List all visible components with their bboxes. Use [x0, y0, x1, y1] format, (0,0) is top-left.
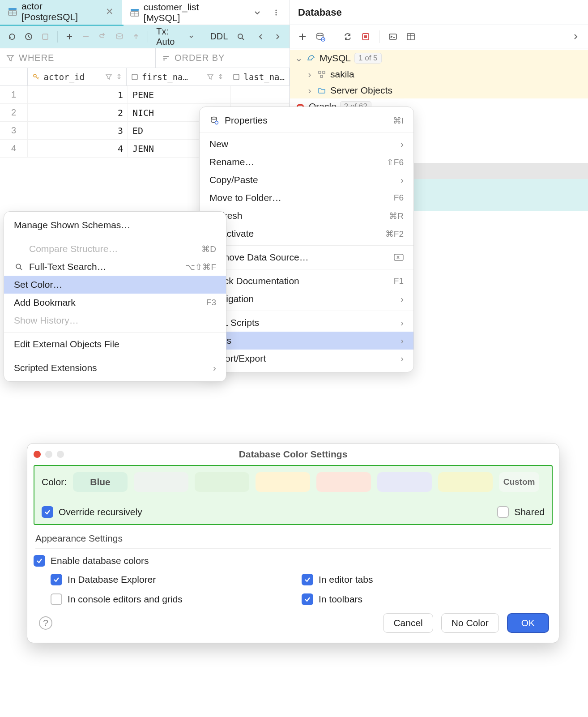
svg-rect-22 — [364, 35, 367, 38]
menu-item-compare-structure: Compare Structure…⌘D — [4, 240, 226, 258]
mysql-icon — [306, 53, 316, 63]
delete-icon — [394, 254, 404, 261]
stop-connection-icon[interactable] — [358, 30, 373, 44]
tab-customer-list[interactable]: customer_list [MySQL] — [122, 0, 244, 25]
svg-rect-16 — [132, 74, 137, 80]
tab-label: actor [PostgreSQL] — [21, 1, 99, 22]
column-actor-id[interactable]: actor_id — [28, 68, 127, 85]
menu-item-move-to-folder[interactable]: Move to Folder…F6 — [200, 189, 413, 207]
cell-last-name[interactable] — [231, 86, 290, 103]
svg-rect-17 — [234, 74, 239, 80]
ddl-button[interactable]: DDL — [207, 31, 230, 42]
row-header — [0, 68, 28, 85]
chevron-down-icon: ⌄ — [295, 53, 303, 64]
context-menu-tools: Manage Shown Schemas… Compare Structure…… — [4, 211, 226, 261]
svg-rect-23 — [389, 34, 396, 39]
compare-icon — [14, 244, 24, 254]
menu-item-manage-schemas[interactable]: Manage Shown Schemas… — [4, 216, 226, 234]
chevron-right-icon: › — [306, 85, 313, 96]
column-icon — [131, 73, 138, 81]
where-filter[interactable]: WHERE — [0, 48, 156, 68]
menu-item-new[interactable]: New› — [200, 135, 413, 153]
menu-item-refresh[interactable]: Refresh⌘R — [200, 207, 413, 225]
svg-point-20 — [323, 38, 324, 40]
svg-rect-25 — [319, 71, 321, 73]
menu-item-copy-paste[interactable]: Copy/Paste› — [200, 171, 413, 189]
cell-actor-id[interactable]: 1 — [28, 86, 128, 103]
tree-node-server-objects[interactable]: › Server Objects — [290, 82, 588, 98]
filter-icon[interactable] — [106, 74, 112, 80]
table-icon — [130, 8, 139, 17]
prev-page-icon[interactable] — [255, 30, 268, 44]
next-page-icon[interactable] — [271, 30, 284, 44]
sort-icon[interactable] — [116, 74, 122, 79]
tree-node-mysql[interactable]: ⌄ MySQL 1 of 5 — [290, 50, 588, 66]
tx-mode[interactable]: Tx: Auto — [153, 26, 196, 47]
table-view-icon[interactable] — [404, 30, 418, 44]
svg-point-9 — [275, 12, 277, 13]
more-icon[interactable] — [568, 30, 583, 44]
svg-point-14 — [238, 34, 243, 38]
sync-icon[interactable] — [341, 30, 355, 44]
chevron-down-icon[interactable] — [250, 5, 264, 20]
key-icon — [32, 73, 40, 81]
sort-icon — [162, 54, 170, 62]
column-icon — [233, 73, 240, 81]
cell-actor-id[interactable]: 2 — [28, 104, 128, 121]
kebab-icon[interactable] — [269, 5, 283, 20]
add-row-icon[interactable] — [63, 30, 76, 44]
column-last-name[interactable]: last_na… — [228, 68, 290, 85]
context-menu-datasource: Properties ⌘I New› Rename…⇧F6 Copy/Paste… — [199, 107, 414, 261]
properties-icon — [209, 115, 219, 125]
add-datasource-icon[interactable] — [295, 30, 310, 44]
svg-rect-43 — [394, 254, 403, 260]
open-console-icon[interactable] — [386, 30, 400, 44]
sort-icon[interactable] — [218, 74, 223, 79]
svg-rect-4 — [131, 9, 139, 11]
cell-actor-id[interactable]: 3 — [28, 122, 128, 139]
table-icon — [8, 7, 17, 16]
menu-item-remove-data-source[interactable]: Remove Data Source… — [200, 248, 413, 261]
cell-actor-id[interactable]: 4 — [28, 140, 128, 157]
upload-icon — [129, 30, 142, 44]
menu-item-deactivate[interactable]: Deactivate⌘F2 — [200, 225, 413, 243]
tab-label: customer_list [MySQL] — [144, 2, 236, 23]
menu-item-properties[interactable]: Properties ⌘I — [200, 111, 413, 129]
tab-actor[interactable]: actor [PostgreSQL] ✕ — [0, 0, 122, 25]
tree-label: MySQL — [320, 53, 351, 64]
row-number: 3 — [0, 122, 28, 139]
tree-label: Server Objects — [330, 85, 392, 96]
count-badge: 1 of 5 — [354, 53, 382, 64]
schema-icon — [317, 69, 327, 79]
menu-item-rename[interactable]: Rename…⇧F6 — [200, 153, 413, 171]
cell-first-name[interactable]: PENE — [128, 86, 231, 103]
datasource-properties-icon[interactable] — [313, 30, 328, 44]
stop-icon — [38, 30, 51, 44]
remove-row-icon — [80, 30, 93, 44]
refresh-icon[interactable] — [5, 30, 18, 44]
chevron-right-icon: › — [306, 69, 313, 80]
tree-node-sakila[interactable]: › sakila — [290, 66, 588, 82]
row-number: 4 — [0, 140, 28, 157]
close-icon[interactable]: ✕ — [106, 6, 114, 17]
revert-icon — [96, 30, 109, 44]
menu-item-full-text-search[interactable]: Full-Text Search…⌥⇧⌘F — [4, 258, 226, 261]
svg-point-42 — [215, 121, 218, 124]
history-icon[interactable] — [22, 30, 35, 44]
folder-icon — [317, 85, 327, 95]
svg-point-10 — [275, 14, 277, 15]
svg-rect-0 — [9, 8, 17, 10]
svg-point-18 — [317, 33, 323, 36]
svg-point-8 — [275, 9, 277, 11]
svg-rect-26 — [323, 71, 325, 73]
column-first-name[interactable]: first_na… — [127, 68, 228, 85]
svg-point-13 — [116, 34, 123, 36]
filter-icon[interactable] — [207, 74, 213, 80]
row-number: 2 — [0, 104, 28, 121]
orderby-filter[interactable]: ORDER BY — [156, 48, 231, 68]
commit-icon — [113, 30, 126, 44]
table-row[interactable]: 1 1 PENE — [0, 86, 290, 104]
filter-icon — [6, 54, 14, 62]
svg-point-41 — [211, 117, 217, 120]
search-icon[interactable] — [234, 30, 247, 44]
